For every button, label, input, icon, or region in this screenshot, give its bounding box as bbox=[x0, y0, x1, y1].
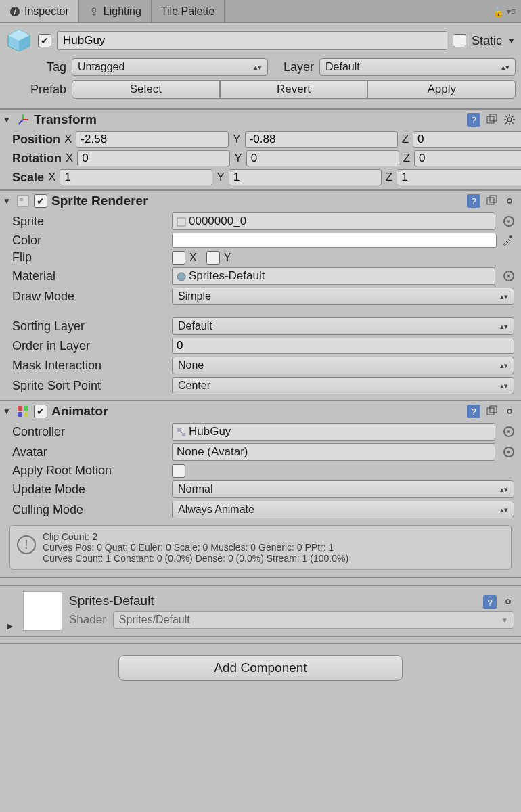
color-field[interactable] bbox=[172, 233, 497, 248]
order-in-layer-field[interactable] bbox=[172, 338, 514, 354]
layer-label: Layer bbox=[273, 60, 314, 74]
lock-icon[interactable]: 🔒 bbox=[493, 6, 504, 17]
help-icon[interactable]: ? bbox=[467, 113, 480, 127]
svg-point-28 bbox=[509, 235, 512, 238]
draw-mode-label: Draw Mode bbox=[12, 290, 168, 304]
culling-mode-label: Culling Mode bbox=[12, 503, 168, 517]
foldout-icon[interactable]: ▼ bbox=[3, 115, 12, 125]
foldout-icon[interactable]: ▶ bbox=[7, 621, 16, 631]
component-title: Animator bbox=[51, 404, 108, 419]
rotation-label: Rotation bbox=[12, 152, 62, 166]
update-mode-select[interactable]: Normal▴▾ bbox=[172, 480, 514, 498]
help-icon[interactable]: ? bbox=[467, 194, 480, 208]
lighting-icon bbox=[89, 6, 99, 17]
panel-options: 🔒 ▾≡ bbox=[493, 0, 521, 22]
gear-icon[interactable] bbox=[503, 114, 516, 126]
add-component-button[interactable]: Add Component bbox=[118, 655, 403, 681]
svg-line-10 bbox=[19, 120, 23, 124]
sorting-layer-select[interactable]: Default▴▾ bbox=[172, 317, 514, 335]
rotation-z[interactable] bbox=[414, 150, 521, 166]
eyedropper-icon[interactable] bbox=[501, 233, 514, 247]
shader-select[interactable]: Sprites/Default▼ bbox=[113, 611, 514, 629]
gear-icon[interactable] bbox=[503, 195, 516, 207]
rotation-x[interactable] bbox=[77, 150, 230, 166]
foldout-icon[interactable]: ▼ bbox=[3, 407, 12, 416]
svg-point-40 bbox=[506, 600, 510, 604]
position-x[interactable] bbox=[76, 131, 229, 148]
root-motion-checkbox[interactable] bbox=[172, 464, 185, 478]
object-picker-icon[interactable] bbox=[503, 447, 514, 457]
name-field[interactable] bbox=[57, 31, 447, 50]
animator-component: ▼ Animator ? Controller HubGuy Avatar No… bbox=[0, 401, 521, 578]
apply-button[interactable]: Apply bbox=[367, 80, 516, 99]
svg-line-19 bbox=[512, 122, 514, 124]
position-y[interactable] bbox=[245, 131, 398, 148]
scale-z[interactable] bbox=[397, 169, 521, 185]
controller-label: Controller bbox=[12, 425, 168, 439]
sprite-field[interactable]: 0000000_0 bbox=[172, 212, 495, 230]
scale-x[interactable] bbox=[60, 169, 212, 185]
select-button[interactable]: Select bbox=[72, 80, 220, 99]
prefab-label: Prefab bbox=[5, 83, 66, 97]
animator-icon bbox=[16, 405, 30, 418]
static-dropdown[interactable]: ▼ bbox=[507, 36, 516, 45]
reset-icon[interactable] bbox=[486, 114, 498, 126]
svg-rect-30 bbox=[18, 406, 22, 411]
svg-line-20 bbox=[505, 122, 507, 124]
help-icon[interactable]: ? bbox=[467, 405, 480, 418]
object-picker-icon[interactable] bbox=[503, 426, 514, 437]
tab-lighting[interactable]: Lighting bbox=[79, 0, 152, 22]
tag-select[interactable]: Untagged▴▾ bbox=[72, 58, 268, 76]
info-icon: ! bbox=[17, 535, 36, 554]
culling-mode-select[interactable]: Always Animate▴▾ bbox=[172, 501, 514, 518]
revert-button[interactable]: Revert bbox=[220, 80, 368, 99]
sprite-sort-point-label: Sprite Sort Point bbox=[12, 379, 168, 393]
reset-icon[interactable] bbox=[486, 405, 498, 418]
svg-rect-32 bbox=[18, 412, 22, 417]
component-enabled-checkbox[interactable] bbox=[34, 194, 47, 208]
order-in-layer-label: Order in Layer bbox=[12, 339, 168, 353]
static-label: Static bbox=[472, 34, 502, 48]
avatar-field[interactable]: None (Avatar) bbox=[172, 443, 495, 461]
layer-select[interactable]: Default▴▾ bbox=[319, 58, 516, 76]
reset-icon[interactable] bbox=[486, 195, 498, 207]
svg-rect-25 bbox=[490, 196, 497, 202]
gear-icon[interactable] bbox=[503, 405, 516, 418]
gameobject-icon[interactable] bbox=[5, 27, 32, 54]
draw-mode-select[interactable]: Simple▴▾ bbox=[172, 288, 514, 305]
scale-y[interactable] bbox=[229, 169, 382, 185]
panel-tabs: i Inspector Lighting Tile Palette 🔒 ▾≡ bbox=[0, 0, 521, 23]
tag-label: Tag bbox=[5, 60, 66, 74]
transform-component: ▼ Transform ? Position X Y Z Rotation X … bbox=[0, 110, 521, 191]
color-label: Color bbox=[12, 233, 168, 248]
material-field[interactable]: Sprites-Default bbox=[172, 267, 495, 285]
controller-field[interactable]: HubGuy bbox=[172, 423, 495, 441]
animator-info-box: ! Clip Count: 2 Curves Pos: 0 Quat: 0 Eu… bbox=[9, 525, 512, 570]
tab-tile-palette[interactable]: Tile Palette bbox=[152, 0, 225, 22]
help-icon[interactable]: ? bbox=[483, 595, 497, 609]
foldout-icon[interactable]: ▼ bbox=[3, 196, 12, 206]
flip-y-checkbox[interactable] bbox=[206, 251, 220, 265]
prefab-buttons: Select Revert Apply bbox=[72, 80, 516, 99]
panel-menu-icon[interactable]: ▾≡ bbox=[507, 7, 516, 16]
sprite-sort-point-select[interactable]: Center▴▾ bbox=[172, 377, 514, 394]
component-title: Transform bbox=[34, 112, 97, 127]
material-swatch bbox=[23, 591, 62, 631]
active-checkbox[interactable] bbox=[38, 34, 51, 47]
material-asset-icon bbox=[177, 271, 186, 281]
mask-interaction-select[interactable]: None▴▾ bbox=[172, 357, 514, 374]
object-picker-icon[interactable] bbox=[503, 216, 514, 227]
component-enabled-checkbox[interactable] bbox=[34, 405, 47, 418]
gear-icon[interactable] bbox=[502, 595, 514, 608]
component-title: Sprite Renderer bbox=[51, 194, 148, 208]
static-checkbox[interactable] bbox=[453, 34, 466, 47]
tab-inspector[interactable]: i Inspector bbox=[0, 0, 79, 22]
sprite-asset-icon bbox=[177, 217, 186, 226]
svg-rect-24 bbox=[487, 198, 494, 204]
svg-point-26 bbox=[507, 199, 512, 203]
position-z[interactable] bbox=[413, 131, 521, 148]
flip-x-checkbox[interactable] bbox=[172, 251, 185, 265]
rotation-y[interactable] bbox=[246, 150, 399, 166]
sprite-renderer-icon bbox=[16, 194, 30, 208]
object-picker-icon[interactable] bbox=[503, 271, 514, 281]
